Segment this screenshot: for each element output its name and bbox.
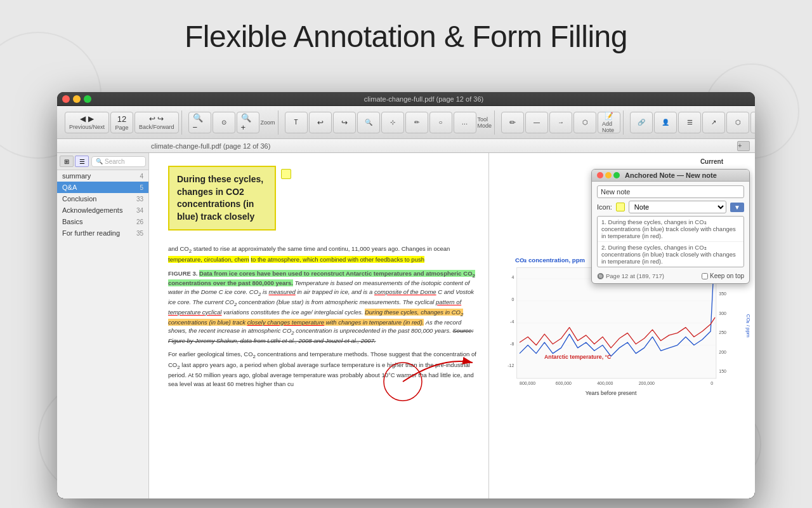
secondary-title: climate-change-full.pdf (page 12 of 36)	[151, 142, 270, 150]
note-button[interactable]: 📝 Add Note	[598, 112, 620, 133]
sidebar-view-button[interactable]: ⊞	[60, 156, 74, 167]
secondary-toolbar: climate-change-full.pdf (page 12 of 36) …	[57, 139, 755, 153]
export-button[interactable]: ↗	[702, 112, 725, 133]
main-toolbar: ◀ ▶ Previous/Next 12 Page ↩ ↪ Back/Forwa…	[57, 106, 755, 139]
traffic-lights	[62, 95, 91, 103]
sidebar-item-summary[interactable]: summary 4	[57, 170, 148, 182]
sidebar-item-acknowledgements[interactable]: Acknowledgements 34	[57, 204, 148, 216]
page-indicator: 12 Page	[110, 112, 133, 133]
svg-text:800,000: 800,000	[520, 381, 535, 385]
circle-button[interactable]: ○	[429, 112, 452, 133]
person-button[interactable]: 👤	[654, 112, 677, 133]
sidebar-item-further-reading[interactable]: For further reading 35	[57, 227, 148, 239]
svg-text:Antarctic temperature, °C: Antarctic temperature, °C	[544, 354, 612, 360]
main-content: ⊞ ☰ 🔍 Search summary 4 Q&A 5	[57, 153, 755, 498]
more-tools-button[interactable]: …	[454, 112, 476, 133]
search-placeholder: Search	[105, 158, 125, 165]
svg-text:250: 250	[719, 330, 726, 335]
svg-text:350: 350	[719, 291, 726, 296]
svg-text:Years before present: Years before present	[586, 390, 637, 396]
note-suggestion-1[interactable]: 1. During these cycles, changes in CO₂ c…	[598, 217, 743, 242]
sidebar-item-conclusion[interactable]: Conclusion 33	[57, 193, 148, 204]
svg-text:300: 300	[719, 311, 726, 316]
svg-text:4: 4	[511, 275, 514, 279]
zoom-in-button[interactable]: 🔍+	[237, 112, 259, 133]
anchored-note-popup: Anchored Note — New note Icon: Note ▼	[591, 169, 750, 284]
note-type-select[interactable]: Note	[629, 201, 726, 213]
redo-button[interactable]: ↪	[333, 112, 356, 133]
figure-caption: FIGURE 3. Data from ice cores have been …	[168, 269, 479, 345]
back-forward-button[interactable]: ↩ ↪ Back/Forward	[134, 112, 179, 133]
note-icon-label: Icon:	[597, 203, 612, 211]
more-tools-group: 🔗 👤 ☰ ↗ ⬡ ⤢ ▷ ⚙ ⊞	[627, 110, 755, 135]
svg-text:200: 200	[719, 350, 726, 354]
co2-chart-title: CO₂ concentration, ppm	[515, 257, 585, 264]
line-button[interactable]: —	[525, 112, 548, 133]
search-icon: 🔍	[96, 158, 103, 164]
select-button[interactable]: ⊹	[381, 112, 404, 133]
svg-text:-8: -8	[510, 342, 514, 346]
pen-button[interactable]: ✏	[405, 112, 428, 133]
note-title-input[interactable]	[597, 185, 744, 198]
sidebar: ⊞ ☰ 🔍 Search summary 4 Q&A 5	[57, 153, 149, 498]
svg-text:200,000: 200,000	[639, 381, 655, 385]
zoom-out-button[interactable]: 🔍−	[188, 112, 211, 133]
tool-mode-group: T ↩ ↪ 🔍 ⊹ ✏ ○ … Tool Mode	[282, 110, 495, 135]
zoom-original-button[interactable]: ⊙	[213, 112, 235, 133]
note-maximize-button[interactable]	[613, 172, 620, 178]
note-minimize-button[interactable]	[605, 172, 612, 178]
window-title: climate-change-full.pdf (page 12 of 36)	[98, 95, 750, 103]
svg-text:-12: -12	[508, 363, 514, 368]
annotation-tools-group: ✏ — → ⬡ 📝 Add Note	[499, 110, 624, 135]
pdf-document: During these cycles, changes in CO2 conc…	[149, 153, 492, 498]
nav-group: ◀ ▶ Previous/Next 12 Page ↩ ↪ Back/Forwa…	[62, 110, 182, 135]
minimize-button[interactable]	[73, 95, 81, 103]
share-button[interactable]: ⬡	[726, 112, 749, 133]
note-page-info: 🔘 Page 12 at (189, 717)	[597, 272, 664, 279]
svg-text:150: 150	[719, 369, 726, 373]
note-body: Icon: Note ▼ 1. During these cycles, cha…	[592, 182, 749, 283]
sidebar-search[interactable]: 🔍 Search	[91, 156, 146, 167]
fullscreen-button[interactable]: ⤢	[750, 112, 755, 133]
highlight-button[interactable]: ✏	[501, 112, 524, 133]
note-close-button[interactable]	[597, 172, 603, 178]
stamp-button[interactable]: ⬡	[573, 112, 596, 133]
svg-text:600,000: 600,000	[556, 381, 572, 385]
link-button[interactable]: 🔗	[630, 112, 653, 133]
note-title-bar: Anchored Note — New note	[592, 170, 749, 182]
svg-text:400,000: 400,000	[597, 381, 613, 385]
undo-button[interactable]: ↩	[309, 112, 332, 133]
prev-next-button[interactable]: ◀ ▶ Previous/Next	[65, 112, 109, 133]
sidebar-item-qa[interactable]: Q&A 5	[57, 182, 148, 193]
note-keep-top: Keep on top	[702, 272, 744, 279]
page-title: Flexible Annotation & Form Filling	[0, 0, 812, 67]
zoom-group: 🔍− ⊙ 🔍+ Zoom	[186, 110, 278, 135]
expand-button[interactable]: +	[737, 141, 750, 151]
callout-box: During these cycles, changes in CO2 conc…	[168, 166, 276, 231]
pdf-body-mid: For earlier geological times, CO2 concen…	[168, 350, 479, 388]
keep-on-top-checkbox[interactable]	[702, 273, 708, 279]
note-select-arrow[interactable]: ▼	[730, 203, 744, 212]
note-color-swatch[interactable]	[616, 203, 625, 211]
note-icon-row: Icon: Note ▼	[597, 201, 744, 213]
arrow-button[interactable]: →	[549, 112, 572, 133]
sidebar-toolbar: ⊞ ☰ 🔍 Search	[57, 153, 148, 170]
note-footer: 🔘 Page 12 at (189, 717) Keep on top	[597, 270, 744, 279]
svg-text:-4: -4	[510, 319, 514, 324]
note-icon[interactable]	[281, 169, 291, 179]
maximize-button[interactable]	[84, 95, 91, 103]
svg-text:0: 0	[710, 381, 713, 385]
text-tool-button[interactable]: T	[285, 112, 308, 133]
tool-mode-label: Tool Mode	[478, 116, 492, 129]
sidebar-items: summary 4 Q&A 5 Conclusion 33 Acknowledg…	[57, 170, 148, 498]
form-button[interactable]: ☰	[678, 112, 701, 133]
search-tool-button[interactable]: 🔍	[357, 112, 380, 133]
close-button[interactable]	[62, 95, 70, 103]
sidebar-item-basics[interactable]: Basics 26	[57, 216, 148, 227]
sidebar-list-button[interactable]: ☰	[75, 156, 89, 167]
svg-text:CO₂ / ppm: CO₂ / ppm	[745, 314, 751, 338]
note-suggestion-2[interactable]: 2. During these cycles, changes in CO₂ c…	[598, 242, 743, 267]
pdf-area: During these cycles, changes in CO2 conc…	[149, 153, 755, 498]
title-bar: climate-change-full.pdf (page 12 of 36)	[57, 92, 755, 106]
pdf-body-top: and CO2 started to rise at approximately…	[168, 244, 479, 264]
